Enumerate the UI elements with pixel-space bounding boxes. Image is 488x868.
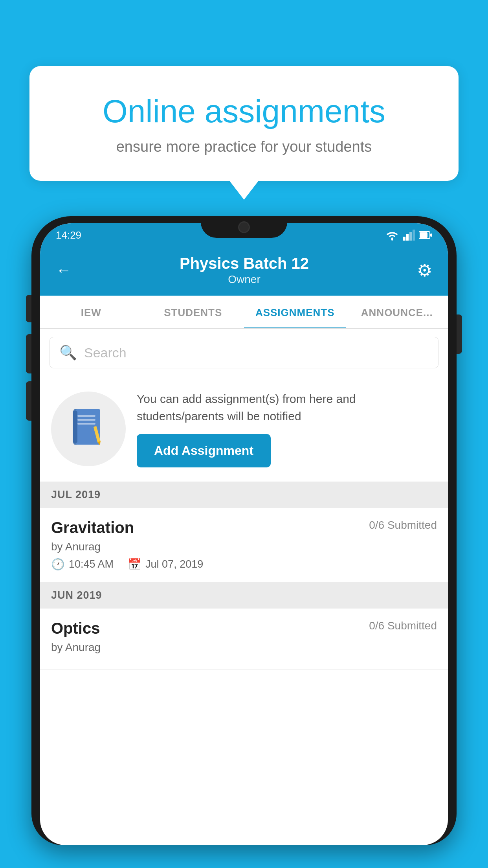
- notebook-icon: [69, 407, 108, 451]
- svg-rect-1: [406, 234, 409, 241]
- assignment-submitted-gravitation: 0/6 Submitted: [369, 519, 437, 531]
- assignment-name-gravitation: Gravitation: [51, 519, 134, 537]
- section-header-jun-2019: JUN 2019: [40, 582, 448, 609]
- search-box[interactable]: 🔍 Search: [50, 337, 438, 368]
- svg-rect-11: [77, 419, 95, 421]
- promo-subtitle: ensure more practice for your students: [61, 138, 427, 155]
- calendar-icon: 📅: [128, 558, 141, 571]
- settings-gear-icon[interactable]: ⚙: [417, 260, 432, 280]
- assignment-date-value: Jul 07, 2019: [145, 558, 203, 570]
- tabs-bar: IEW STUDENTS ASSIGNMENTS ANNOUNCE...: [40, 296, 448, 329]
- phone-mockup: 14:29: [31, 216, 457, 868]
- app-header: ← Physics Batch 12 Owner ⚙: [40, 247, 448, 296]
- svg-rect-2: [409, 232, 412, 241]
- search-container: 🔍 Search: [40, 329, 448, 376]
- search-icon: 🔍: [59, 344, 77, 361]
- svg-rect-3: [413, 230, 415, 241]
- assignment-date: 📅 Jul 07, 2019: [128, 558, 203, 571]
- empty-promo-description: You can add assignment(s) from here and …: [137, 390, 437, 425]
- empty-state-promo: You can add assignment(s) from here and …: [40, 376, 448, 482]
- assignment-time-value: 10:45 AM: [69, 558, 114, 570]
- signal-icon: [403, 230, 415, 241]
- assignment-by-optics: by Anurag: [51, 641, 437, 654]
- status-time: 14:29: [56, 229, 81, 241]
- section-header-jul-2019: JUL 2019: [40, 482, 448, 508]
- back-button[interactable]: ←: [56, 261, 72, 279]
- notebook-circle: [51, 392, 126, 466]
- svg-rect-9: [73, 411, 77, 443]
- assignment-name-optics: Optics: [51, 620, 100, 637]
- assignment-meta-gravitation: 🕐 10:45 AM 📅 Jul 07, 2019: [51, 558, 437, 571]
- assignment-gravitation[interactable]: Gravitation 0/6 Submitted by Anurag 🕐 10…: [40, 508, 448, 582]
- search-input[interactable]: Search: [84, 345, 127, 360]
- header-subtitle: Owner: [72, 273, 417, 286]
- svg-rect-0: [403, 237, 405, 241]
- front-camera: [238, 221, 250, 233]
- header-title: Physics Batch 12: [72, 255, 417, 272]
- phone-notch: [201, 216, 287, 238]
- svg-rect-5: [420, 232, 427, 238]
- promo-card: Online assignments ensure more practice …: [29, 66, 459, 181]
- tab-students[interactable]: STUDENTS: [142, 296, 244, 328]
- volume-up-button: [26, 334, 31, 373]
- volume-down-button: [26, 381, 31, 421]
- assignment-top-row: Gravitation 0/6 Submitted: [51, 519, 437, 537]
- assignment-submitted-optics: 0/6 Submitted: [369, 620, 437, 632]
- tab-iew[interactable]: IEW: [40, 296, 142, 328]
- status-icons: [385, 230, 432, 241]
- battery-icon: [419, 231, 432, 239]
- promo-title: Online assignments: [61, 94, 427, 129]
- tab-assignments[interactable]: ASSIGNMENTS: [244, 296, 346, 329]
- header-center: Physics Batch 12 Owner: [72, 255, 417, 286]
- svg-rect-10: [77, 415, 95, 417]
- assignment-by-gravitation: by Anurag: [51, 541, 437, 553]
- svg-rect-6: [430, 234, 432, 237]
- assignment-optics[interactable]: Optics 0/6 Submitted by Anurag: [40, 609, 448, 670]
- svg-rect-12: [77, 423, 95, 425]
- add-assignment-button[interactable]: Add Assignment: [137, 434, 271, 467]
- phone-screen: 14:29: [40, 223, 448, 845]
- empty-promo-text: You can add assignment(s) from here and …: [137, 390, 437, 467]
- assignment-top-row-optics: Optics 0/6 Submitted: [51, 620, 437, 637]
- assignment-time: 🕐 10:45 AM: [51, 558, 114, 571]
- tab-announcements[interactable]: ANNOUNCE...: [346, 296, 448, 328]
- power-button: [457, 314, 462, 354]
- clock-icon: 🕐: [51, 558, 65, 571]
- wifi-icon: [385, 230, 399, 241]
- silent-button: [26, 295, 31, 322]
